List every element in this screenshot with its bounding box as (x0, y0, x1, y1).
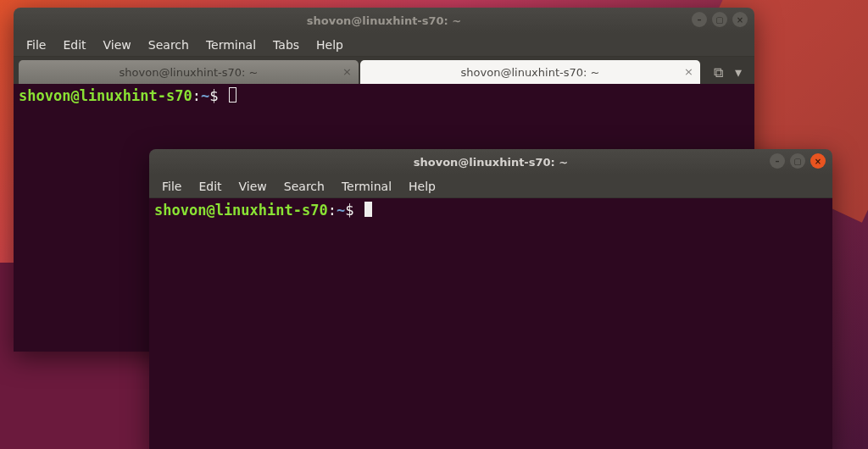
menu-edit[interactable]: Edit (55, 35, 93, 55)
titlebar[interactable]: shovon@linuxhint-s70: ~ – ▢ × (149, 149, 832, 175)
prompt-symbol: $ (209, 87, 218, 104)
window-controls: – ▢ × (692, 12, 748, 27)
terminal-viewport[interactable]: shovon@linuxhint-s70:~$ (149, 198, 832, 449)
titlebar[interactable]: shovon@linuxhint-s70: ~ – ▢ × (14, 8, 754, 33)
terminal-tab-active[interactable]: shovon@linuxhint-s70: ~ × (19, 60, 359, 84)
cursor-icon (364, 202, 372, 217)
window-title: shovon@linuxhint-s70: ~ (307, 14, 461, 27)
menu-search[interactable]: Search (141, 35, 197, 55)
cursor-icon (229, 87, 236, 103)
new-tab-icon[interactable]: ⧉ (709, 63, 727, 81)
menu-help[interactable]: Help (401, 176, 443, 197)
menu-edit[interactable]: Edit (191, 176, 229, 197)
minimize-button[interactable]: – (770, 153, 785, 169)
tab-label: shovon@linuxhint-s70: ~ (120, 66, 259, 79)
prompt-path: ~ (337, 202, 345, 219)
prompt-path: ~ (201, 87, 209, 104)
tab-actions: ⧉ ▾ (702, 63, 749, 84)
prompt-symbol: $ (345, 202, 353, 219)
tab-label: shovon@linuxhint-s70: ~ (461, 66, 600, 79)
menubar: File Edit View Search Terminal Help (149, 175, 832, 198)
terminal-window-front: shovon@linuxhint-s70: ~ – ▢ × File Edit … (149, 149, 832, 449)
menu-tabs[interactable]: Tabs (265, 35, 307, 55)
tab-bar: shovon@linuxhint-s70: ~ × shovon@linuxhi… (14, 57, 754, 84)
window-controls: – ▢ × (770, 153, 826, 169)
menu-terminal[interactable]: Terminal (334, 176, 399, 197)
menu-file[interactable]: File (19, 35, 53, 55)
close-button[interactable]: × (810, 153, 826, 169)
menu-view[interactable]: View (96, 35, 139, 55)
window-title: shovon@linuxhint-s70: ~ (414, 156, 568, 169)
menu-search[interactable]: Search (276, 176, 332, 197)
menu-file[interactable]: File (154, 176, 189, 197)
close-icon[interactable]: × (342, 65, 352, 78)
maximize-button[interactable]: ▢ (712, 12, 727, 27)
menu-view[interactable]: View (231, 176, 275, 197)
prompt-user-host: shovon@linuxhint-s70 (19, 87, 192, 104)
close-icon[interactable]: × (684, 65, 693, 78)
prompt-user-host: shovon@linuxhint-s70 (154, 202, 328, 219)
close-button[interactable]: × (732, 12, 748, 27)
chevron-down-icon[interactable]: ▾ (732, 63, 744, 81)
menu-help[interactable]: Help (309, 35, 351, 55)
terminal-tab-inactive[interactable]: shovon@linuxhint-s70: ~ × (360, 60, 700, 84)
menu-terminal[interactable]: Terminal (198, 35, 264, 55)
maximize-button[interactable]: ▢ (790, 153, 805, 169)
minimize-button[interactable]: – (692, 12, 707, 27)
menubar: File Edit View Search Terminal Tabs Help (14, 33, 754, 57)
